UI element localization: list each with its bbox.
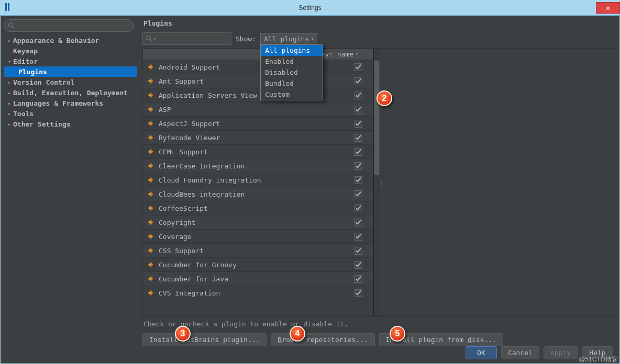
dropdown-option[interactable]: Bundled	[261, 78, 323, 89]
plugin-list-item[interactable]: Application Servers View	[143, 88, 373, 103]
plugin-enable-checkbox[interactable]	[355, 190, 362, 198]
plugin-list-item[interactable]: Cloud Foundry integration	[143, 173, 373, 187]
plugin-name-label: Copyright	[159, 219, 355, 226]
cancel-button[interactable]: Cancel	[501, 346, 539, 359]
svg-point-4	[149, 66, 151, 68]
plugin-list-item[interactable]: AspectJ Support	[143, 117, 373, 131]
plugin-enable-checkbox[interactable]	[355, 261, 362, 269]
dropdown-option[interactable]: Disabled	[261, 67, 323, 78]
splitter-handle[interactable]	[380, 49, 383, 316]
sidebar-item[interactable]: Plugins	[4, 66, 137, 77]
plugin-enable-checkbox[interactable]	[355, 176, 362, 184]
plugin-name-label: Application Servers View	[159, 92, 355, 99]
sort-header[interactable]: Sort by: name ▾	[143, 49, 373, 60]
plugin-enable-checkbox[interactable]	[355, 289, 362, 297]
sidebar-item-label: Appearance & Behavior	[13, 37, 99, 44]
svg-point-17	[149, 249, 151, 252]
svg-point-18	[149, 264, 151, 266]
sidebar-item-label: Tools	[13, 110, 34, 118]
plugin-list-item[interactable]: Bytecode Viewer	[143, 131, 373, 145]
dropdown-option[interactable]: Enabled	[261, 56, 323, 67]
plugin-icon	[147, 92, 154, 99]
svg-point-7	[149, 108, 151, 110]
plugin-name-label: CoffeeScript	[159, 204, 355, 212]
browse-repositories-button[interactable]: Browse repositories...	[271, 333, 374, 346]
plugin-name-label: AspectJ Support	[159, 120, 355, 128]
show-filter-dropdown: All pluginsEnabledDisabledBundledCustom	[260, 44, 323, 100]
plugin-list-item[interactable]: Coverage	[143, 230, 373, 244]
chevron-right-icon: ▸	[8, 38, 13, 43]
svg-point-15	[149, 221, 151, 223]
sidebar-item[interactable]: ▸Appearance & Behavior	[4, 35, 137, 46]
chevron-down-icon: ▾	[311, 37, 314, 41]
plugin-icon	[147, 106, 154, 113]
apply-button[interactable]: Apply	[544, 346, 578, 359]
plugin-icon	[147, 63, 154, 71]
plugin-icon	[147, 289, 154, 297]
plugin-list-item[interactable]: CSS Support	[143, 244, 373, 258]
plugin-list-item[interactable]: CoffeeScript	[143, 201, 373, 215]
install-jetbrains-plugin-button[interactable]: Install JetBrains plugin...	[142, 333, 267, 346]
plugin-search-input[interactable]: ▾	[142, 32, 231, 45]
plugin-list-item[interactable]: Android Support	[143, 60, 373, 74]
plugin-enable-checkbox[interactable]	[355, 162, 362, 170]
plugin-enable-checkbox[interactable]	[355, 148, 362, 156]
chevron-right-icon: ▸	[8, 121, 13, 127]
sidebar-item[interactable]: ▸Build, Execution, Deployment	[4, 87, 137, 98]
plugin-list-item[interactable]: Cucumber for Java	[143, 272, 373, 286]
scrollbar-thumb[interactable]	[374, 60, 380, 175]
plugin-list-item[interactable]: Cucumber for Groovy	[143, 258, 373, 272]
sidebar-item-label: Plugins	[18, 68, 47, 76]
plugin-icon	[147, 120, 154, 127]
svg-point-16	[149, 235, 151, 237]
plugin-enable-checkbox[interactable]	[355, 247, 362, 255]
sidebar-item[interactable]: ▸Version Control	[4, 77, 137, 87]
plugin-enable-checkbox[interactable]	[355, 219, 362, 226]
dropdown-option[interactable]: Custom	[261, 89, 323, 100]
plugin-name-label: Android Support	[159, 63, 355, 71]
sidebar-item[interactable]: ▸Languages & Frameworks	[4, 98, 137, 108]
callout-2: 2	[377, 90, 392, 106]
sidebar-item[interactable]: ▸Tools	[4, 108, 137, 119]
plugin-list-item[interactable]: CFML Support	[143, 145, 373, 159]
plugin-enable-checkbox[interactable]	[355, 63, 362, 71]
sidebar-item[interactable]: Keymap	[4, 46, 137, 56]
plugin-enable-checkbox[interactable]	[355, 204, 362, 212]
svg-line-1	[13, 27, 15, 29]
settings-search-input[interactable]	[4, 19, 134, 32]
svg-point-8	[149, 122, 151, 124]
sidebar-item-label: Other Settings	[13, 120, 71, 128]
plugin-icon	[147, 176, 154, 184]
plugin-enable-checkbox[interactable]	[355, 134, 362, 142]
sidebar-item-label: Version Control	[13, 78, 74, 86]
svg-point-10	[149, 151, 151, 153]
plugin-enable-checkbox[interactable]	[355, 106, 362, 113]
chevron-down-icon: ▾	[356, 52, 358, 56]
plugin-enable-checkbox[interactable]	[355, 120, 362, 128]
plugin-detail-panel	[383, 49, 616, 316]
sidebar-item[interactable]: ▾Editor	[4, 56, 137, 66]
settings-sidebar: ▸Appearance & BehaviorKeymap▾EditorPlugi…	[4, 19, 137, 346]
plugin-list-item[interactable]: ASP	[143, 103, 373, 117]
svg-point-6	[149, 94, 151, 96]
ok-button[interactable]: OK	[466, 346, 497, 359]
plugin-icon	[147, 219, 154, 226]
show-filter-select[interactable]: All plugins ▾ All pluginsEnabledDisabled…	[260, 33, 317, 44]
plugin-list-item[interactable]: ClearCase Integration	[143, 159, 373, 173]
plugin-enable-checkbox[interactable]	[355, 92, 362, 99]
plugin-enable-checkbox[interactable]	[355, 275, 362, 283]
plugin-list-item[interactable]: Ant Support	[143, 74, 373, 88]
svg-point-5	[149, 80, 151, 82]
plugin-list-item[interactable]: CVS Integration	[143, 286, 373, 300]
callout-3: 3	[175, 326, 191, 342]
sidebar-item[interactable]: ▸Other Settings	[4, 119, 137, 129]
plugin-enable-checkbox[interactable]	[355, 233, 362, 241]
dropdown-option[interactable]: All plugins	[261, 45, 323, 56]
plugin-list-item[interactable]: Copyright	[143, 215, 373, 230]
plugin-name-label: CloudBees integration	[159, 190, 355, 198]
plugin-enable-checkbox[interactable]	[355, 77, 362, 85]
show-filter-value: All plugins	[264, 35, 309, 43]
svg-point-20	[149, 292, 151, 294]
plugin-list-item[interactable]: CloudBees integration	[143, 187, 373, 201]
plugin-icon	[147, 190, 154, 198]
